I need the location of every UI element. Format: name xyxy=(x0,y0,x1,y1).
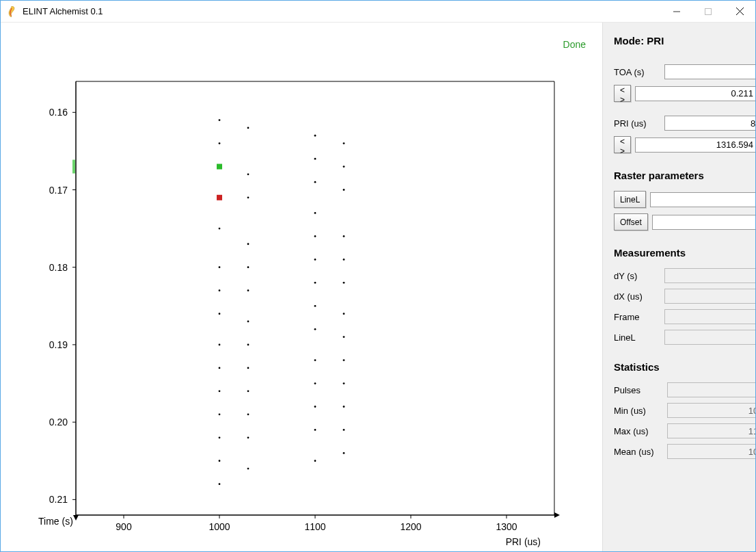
svg-point-73 xyxy=(314,460,316,462)
frame-label: Frame xyxy=(614,312,660,322)
svg-point-57 xyxy=(247,413,249,415)
svg-text:1300: 1300 xyxy=(496,521,517,532)
offset-button[interactable]: Offset xyxy=(614,213,648,231)
svg-point-46 xyxy=(219,483,221,485)
svg-text:0.21: 0.21 xyxy=(49,494,68,505)
close-button[interactable] xyxy=(724,1,755,22)
svg-point-74 xyxy=(343,142,345,144)
svg-point-79 xyxy=(343,282,345,284)
dy-label: dY (s) xyxy=(614,271,660,281)
max-value xyxy=(667,423,755,438)
svg-point-49 xyxy=(247,196,249,198)
min-value xyxy=(667,403,755,418)
pri-nav-button[interactable]: < > xyxy=(614,136,631,153)
maximize-button[interactable] xyxy=(692,1,724,22)
svg-point-51 xyxy=(247,266,249,268)
svg-point-52 xyxy=(247,289,249,291)
app-icon xyxy=(6,6,17,17)
svg-point-66 xyxy=(314,282,316,284)
mean-label: Mean (us) xyxy=(614,447,663,457)
pulses-label: Pulses xyxy=(614,385,663,395)
svg-point-81 xyxy=(343,336,345,338)
svg-point-47 xyxy=(247,127,249,129)
pulses-value xyxy=(667,382,755,397)
svg-point-62 xyxy=(314,181,316,183)
svg-rect-89 xyxy=(72,160,75,174)
svg-point-38 xyxy=(219,289,221,291)
statistics-title: Statistics xyxy=(614,361,755,373)
svg-point-37 xyxy=(219,266,221,268)
svg-point-55 xyxy=(247,367,249,369)
svg-point-84 xyxy=(343,406,345,408)
svg-text:1100: 1100 xyxy=(304,521,325,532)
svg-point-45 xyxy=(219,460,221,462)
svg-point-65 xyxy=(314,259,316,261)
svg-point-70 xyxy=(314,382,316,384)
toa-input-1[interactable] xyxy=(664,64,755,79)
window-title: ELINT Alchemist 0.1 xyxy=(23,6,103,16)
linel-button[interactable]: LineL xyxy=(614,191,646,208)
svg-text:1200: 1200 xyxy=(400,521,421,532)
toa-label: TOA (s) xyxy=(614,67,660,77)
raster-title: Raster parameters xyxy=(614,170,755,181)
svg-marker-9 xyxy=(554,512,560,518)
dx-label: dX (us) xyxy=(614,291,660,302)
svg-point-42 xyxy=(219,390,221,392)
svg-point-71 xyxy=(314,406,316,408)
svg-point-40 xyxy=(219,344,221,346)
svg-rect-88 xyxy=(217,195,222,200)
svg-point-44 xyxy=(219,436,221,438)
svg-point-48 xyxy=(247,173,249,175)
mode-title: Mode: PRI xyxy=(614,35,755,47)
svg-point-34 xyxy=(219,119,221,121)
svg-text:0.20: 0.20 xyxy=(49,417,68,428)
dy-value xyxy=(664,268,755,283)
svg-text:0.17: 0.17 xyxy=(49,185,68,196)
pri-input-1[interactable] xyxy=(664,116,755,131)
mean-value xyxy=(667,444,755,459)
offset-input[interactable] xyxy=(652,215,755,230)
svg-point-61 xyxy=(314,158,316,160)
svg-point-41 xyxy=(219,367,221,369)
svg-point-78 xyxy=(343,259,345,261)
svg-point-60 xyxy=(314,135,316,137)
title-bar: ELINT Alchemist 0.1 xyxy=(1,1,755,23)
svg-text:0.19: 0.19 xyxy=(49,339,68,350)
svg-point-82 xyxy=(343,359,345,361)
svg-point-85 xyxy=(343,429,345,431)
svg-rect-87 xyxy=(217,164,222,170)
svg-point-39 xyxy=(219,313,221,315)
svg-point-80 xyxy=(343,313,345,315)
svg-point-86 xyxy=(343,452,345,454)
plot-area[interactable]: Done 90010001100120013000.160.170.180.19… xyxy=(1,23,602,551)
svg-point-43 xyxy=(219,413,221,415)
pri-label: PRI (us) xyxy=(614,118,660,129)
svg-point-53 xyxy=(247,321,249,323)
scatter-plot[interactable]: 90010001100120013000.160.170.180.190.200… xyxy=(1,23,602,552)
svg-point-59 xyxy=(247,468,249,470)
min-label: Min (us) xyxy=(614,406,663,416)
svg-point-69 xyxy=(314,359,316,361)
svg-marker-7 xyxy=(73,515,79,521)
window-controls xyxy=(661,1,755,22)
svg-text:Time (s): Time (s) xyxy=(38,516,73,527)
measurements-title: Measurements xyxy=(614,247,755,259)
minimize-button[interactable] xyxy=(661,1,692,22)
linel-input[interactable] xyxy=(650,192,755,207)
toa-input-2[interactable] xyxy=(635,86,755,101)
svg-point-75 xyxy=(343,166,345,168)
svg-point-58 xyxy=(247,436,249,438)
svg-point-50 xyxy=(247,243,249,245)
linel2-label: LineL xyxy=(614,332,660,343)
svg-point-77 xyxy=(343,235,345,237)
svg-point-67 xyxy=(314,305,316,307)
svg-point-64 xyxy=(314,235,316,237)
svg-text:PRI (us): PRI (us) xyxy=(506,536,541,547)
frame-value xyxy=(664,309,755,324)
toa-nav-button[interactable]: < > xyxy=(614,85,631,102)
svg-text:0.16: 0.16 xyxy=(49,107,68,118)
pri-input-2[interactable] xyxy=(635,137,755,153)
svg-text:0.18: 0.18 xyxy=(49,262,68,273)
svg-point-35 xyxy=(219,142,221,144)
svg-point-54 xyxy=(247,344,249,346)
